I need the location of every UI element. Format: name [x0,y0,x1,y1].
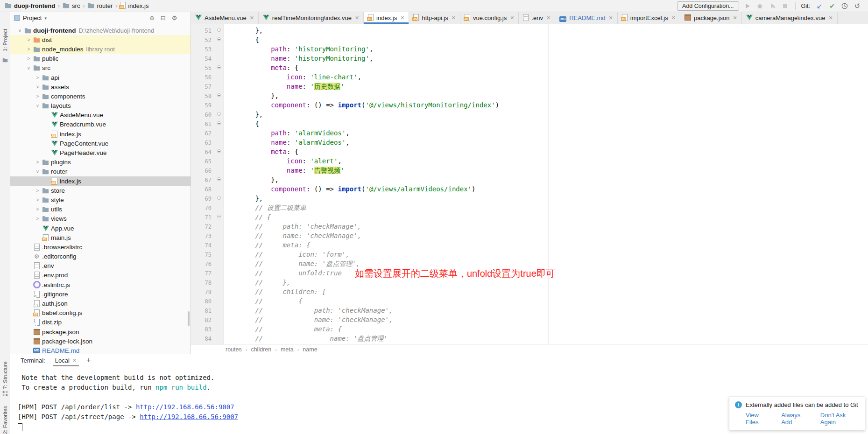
chevron-right-icon[interactable]: > [25,56,33,61]
tree-item-index-js[interactable]: JSindex.js [10,176,191,186]
run-icon[interactable] [743,2,752,10]
chevron-right-icon[interactable]: > [34,216,42,221]
tree-item-src[interactable]: ∨src [10,63,191,73]
tree-item-plugins[interactable]: >plugins [10,158,191,167]
tree-item-pageheader-vue[interactable]: PageHeader.vue [10,148,191,157]
terminal-link[interactable]: http://192.168.66.56:9007 [140,413,238,420]
fold-marker-icon[interactable] [216,194,224,203]
project-panel-title[interactable]: Project ▾ [14,14,47,21]
stop-icon[interactable] [781,2,790,10]
tree-item-store[interactable]: >store [10,186,191,195]
notification-action-don-t-ask-again[interactable]: Don't Ask Again [820,412,859,426]
editor-breadcrumb-item[interactable]: children [251,346,271,353]
close-icon[interactable]: ✕ [355,15,359,21]
tree-item-asidemenu-vue[interactable]: AsideMenu.vue [10,111,191,120]
debug-icon[interactable] [756,2,764,10]
tree-item-readme-md[interactable]: MDREADME.md [10,346,191,354]
tab-readme-md[interactable]: MDREADME.md✕ [555,12,618,24]
fold-marker-icon[interactable] [216,175,224,184]
tree-item-router[interactable]: ∨router [10,167,191,176]
tree-item--env-prod[interactable]: .env.prod [10,271,191,280]
chevron-right-icon[interactable]: > [34,94,42,99]
tree-item-babel-config-js[interactable]: JSbabel.config.js [10,308,191,318]
tree-item-node-modules[interactable]: >node_moduleslibrary root [10,44,191,54]
tree-item-layouts[interactable]: ∨layouts [10,101,191,111]
structure-icon[interactable] [2,391,7,397]
tree-item-duoji-frontend[interactable]: ∨duoji-frontendD:\zheheWeb\duoji-fronten… [10,26,191,35]
hide-panel-icon[interactable]: − [183,14,187,21]
chevron-right-icon[interactable]: > [34,75,42,80]
close-icon[interactable]: ✕ [452,15,456,21]
fold-marker-icon[interactable] [216,212,224,222]
close-icon[interactable]: ✕ [510,15,514,21]
tree-item-package-json[interactable]: package.json [10,327,191,336]
chevron-right-icon[interactable]: > [34,160,42,165]
close-icon[interactable]: ✕ [671,15,676,21]
chevron-right-icon[interactable]: > [34,84,42,90]
tree-item-index-js[interactable]: JSindex.js [10,129,191,139]
tree-item--browserslistrc[interactable]: .browserslistrc [10,242,191,252]
tree-item-main-js[interactable]: JSmain.js [10,233,191,242]
tab-asidemenu-vue[interactable]: AsideMenu.vue✕ [191,12,259,24]
tree-item-package-lock-json[interactable]: package-lock.json [10,336,191,346]
chevron-right-icon[interactable]: > [34,207,42,212]
tree-item-breadcrumb-vue[interactable]: Breadcrumb.vue [10,120,191,129]
fold-marker-icon[interactable] [216,119,224,128]
editor-breadcrumb-item[interactable]: name [303,346,317,353]
coverage-icon[interactable] [769,2,777,10]
fold-marker-icon[interactable] [216,63,224,72]
close-icon[interactable]: ✕ [733,15,737,21]
tree-item-dist[interactable]: >dist [10,35,191,44]
tool-stripe-favorites[interactable]: 2: Favorites [2,406,8,434]
chevron-right-icon[interactable]: > [25,37,33,42]
close-icon[interactable]: ✕ [828,15,833,21]
fold-marker-icon[interactable] [216,91,224,100]
chevron-right-icon[interactable]: > [34,197,42,203]
chevron-right-icon[interactable]: > [25,47,33,52]
close-icon[interactable]: ✕ [546,15,550,21]
chevron-down-icon[interactable]: ∨ [34,103,42,108]
tree-item-utils[interactable]: >utils [10,205,191,214]
chevron-right-icon[interactable]: > [34,188,42,193]
close-icon[interactable]: ✕ [250,15,254,21]
terminal-link[interactable]: http://192.168.66.56:9007 [136,403,234,411]
tab-http-api-js[interactable]: JShttp-api.js✕ [409,12,460,24]
chevron-down-icon[interactable]: ∨ [34,169,42,174]
fold-marker-icon[interactable] [216,110,224,119]
close-icon[interactable]: ✕ [609,15,613,21]
tree-item-components[interactable]: >components [10,91,191,101]
tree-item--eslintrc-js[interactable]: .eslintrc.js [10,280,191,289]
tree-item--gitignore[interactable]: ⊘.gitignore [10,289,191,299]
close-icon[interactable]: ✕ [400,15,404,21]
chevron-down-icon[interactable]: ∨ [16,28,24,33]
breadcrumb-item[interactable]: duoji-frontend [5,2,55,10]
tab-realtimemonitoring-index-vue[interactable]: realTimeMonitoring\index.vue✕ [259,12,364,24]
tab-vue-config-js[interactable]: JSvue.config.js✕ [460,12,519,24]
tab-index-js[interactable]: JSindex.js✕ [364,12,409,24]
code-editor[interactable]: 51 },52 {53 path: 'historyMonitoring',54… [191,24,868,344]
fold-marker-icon[interactable] [216,35,224,44]
project-scrollbar-thumb[interactable] [188,311,190,326]
tree-item--env[interactable]: .env [10,261,191,271]
tab-importexcel-js[interactable]: JSimportExcel.js✕ [618,12,680,24]
tab-cameramanage-index-vue[interactable]: cameraManage\index.vue✕ [742,12,838,24]
tree-item-assets[interactable]: >assets [10,82,191,91]
settings-icon[interactable]: ⚙ [172,14,177,21]
fold-marker-icon[interactable] [216,26,224,35]
update-project-icon[interactable]: ↙ [815,2,824,10]
collapse-all-icon[interactable]: ⊟ [161,14,166,21]
tab-package-json[interactable]: package.json✕ [680,12,742,24]
tree-item-api[interactable]: >api [10,73,191,82]
tree-item-pagecontent-vue[interactable]: PageContent.vue [10,139,191,148]
tool-stripe-project[interactable]: 1: Project [2,29,8,52]
chevron-down-icon[interactable]: ∨ [25,65,33,70]
rollback-icon[interactable]: ↺ [853,2,861,10]
fold-marker-icon[interactable] [216,147,224,156]
add-configuration-button[interactable]: Add Configuration... [677,1,739,11]
tree-item-views[interactable]: >views [10,214,191,224]
locate-icon[interactable]: ⊕ [149,14,155,21]
editor-breadcrumb-item[interactable]: meta [281,346,294,353]
editor-breadcrumb-item[interactable]: routes [226,346,242,353]
tree-item-dist-zip[interactable]: ⋮dist.zip [10,318,191,327]
breadcrumb-item[interactable]: JSindex.js [120,2,148,10]
